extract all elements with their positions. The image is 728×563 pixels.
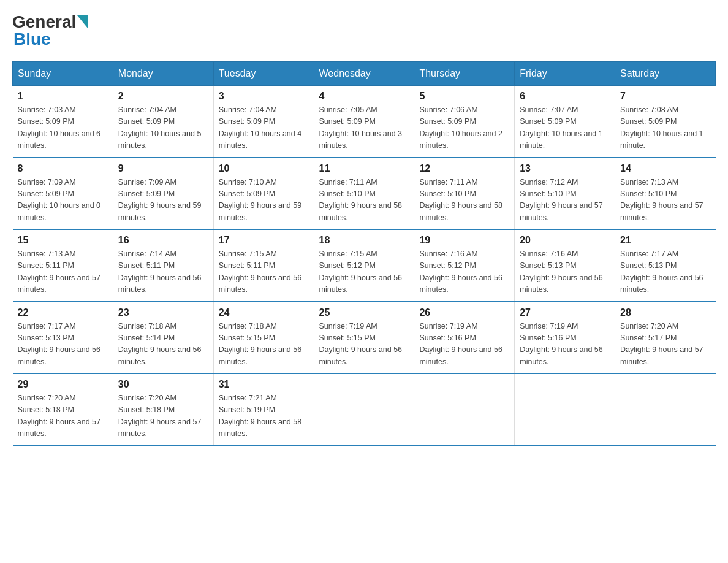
header-saturday: Saturday [615, 62, 716, 86]
day-info: Sunrise: 7:04 AMSunset: 5:09 PMDaylight:… [118, 105, 202, 150]
day-number: 13 [520, 163, 610, 174]
header-monday: Monday [113, 62, 213, 86]
day-number: 26 [419, 307, 509, 318]
logo-blue-text: Blue [12, 29, 51, 49]
day-number: 5 [419, 91, 509, 102]
day-info: Sunrise: 7:17 AMSunset: 5:13 PMDaylight:… [18, 322, 101, 366]
day-number: 4 [319, 91, 409, 102]
day-cell: 27 Sunrise: 7:19 AMSunset: 5:16 PMDaylig… [515, 302, 615, 374]
day-number: 15 [18, 235, 108, 246]
day-cell: 12 Sunrise: 7:11 AMSunset: 5:10 PMDaylig… [414, 158, 515, 230]
day-info: Sunrise: 7:12 AMSunset: 5:10 PMDaylight:… [520, 178, 603, 222]
day-number: 11 [319, 163, 409, 174]
day-info: Sunrise: 7:08 AMSunset: 5:09 PMDaylight:… [620, 105, 703, 150]
day-number: 8 [18, 163, 108, 174]
day-number: 28 [620, 307, 710, 318]
day-info: Sunrise: 7:20 AMSunset: 5:18 PMDaylight:… [18, 394, 101, 438]
day-cell: 6 Sunrise: 7:07 AMSunset: 5:09 PMDayligh… [515, 86, 615, 158]
day-info: Sunrise: 7:18 AMSunset: 5:14 PMDaylight:… [118, 322, 202, 366]
day-info: Sunrise: 7:16 AMSunset: 5:13 PMDaylight:… [520, 250, 603, 294]
week-row-4: 22 Sunrise: 7:17 AMSunset: 5:13 PMDaylig… [13, 302, 716, 374]
day-cell: 3 Sunrise: 7:04 AMSunset: 5:09 PMDayligh… [213, 86, 314, 158]
day-info: Sunrise: 7:18 AMSunset: 5:15 PMDaylight:… [219, 322, 302, 366]
day-info: Sunrise: 7:10 AMSunset: 5:09 PMDaylight:… [219, 178, 302, 222]
day-number: 30 [118, 379, 208, 390]
day-cell: 9 Sunrise: 7:09 AMSunset: 5:09 PMDayligh… [113, 158, 213, 230]
day-info: Sunrise: 7:15 AMSunset: 5:12 PMDaylight:… [319, 250, 403, 294]
day-info: Sunrise: 7:09 AMSunset: 5:09 PMDaylight:… [118, 178, 202, 222]
day-info: Sunrise: 7:09 AMSunset: 5:09 PMDaylight:… [18, 178, 101, 222]
day-cell: 5 Sunrise: 7:06 AMSunset: 5:09 PMDayligh… [414, 86, 515, 158]
logo: General Blue [12, 12, 88, 49]
day-cell: 2 Sunrise: 7:04 AMSunset: 5:09 PMDayligh… [113, 86, 213, 158]
page-header: General Blue [12, 12, 716, 49]
day-number: 25 [319, 307, 409, 318]
day-info: Sunrise: 7:06 AMSunset: 5:09 PMDaylight:… [419, 105, 502, 150]
day-number: 7 [620, 91, 710, 102]
day-number: 3 [219, 91, 309, 102]
day-info: Sunrise: 7:04 AMSunset: 5:09 PMDaylight:… [219, 105, 302, 150]
day-info: Sunrise: 7:11 AMSunset: 5:10 PMDaylight:… [419, 178, 502, 222]
day-cell: 18 Sunrise: 7:15 AMSunset: 5:12 PMDaylig… [314, 229, 414, 302]
day-cell: 25 Sunrise: 7:19 AMSunset: 5:15 PMDaylig… [314, 302, 414, 374]
svg-marker-0 [77, 15, 88, 29]
header-wednesday: Wednesday [314, 62, 414, 86]
day-info: Sunrise: 7:05 AMSunset: 5:09 PMDaylight:… [319, 105, 403, 150]
day-cell: 8 Sunrise: 7:09 AMSunset: 5:09 PMDayligh… [13, 158, 113, 230]
day-cell: 15 Sunrise: 7:13 AMSunset: 5:11 PMDaylig… [13, 229, 113, 302]
day-cell: 13 Sunrise: 7:12 AMSunset: 5:10 PMDaylig… [515, 158, 615, 230]
day-info: Sunrise: 7:07 AMSunset: 5:09 PMDaylight:… [520, 105, 603, 150]
day-cell: 21 Sunrise: 7:17 AMSunset: 5:13 PMDaylig… [615, 229, 716, 302]
day-number: 17 [219, 235, 309, 246]
day-info: Sunrise: 7:20 AMSunset: 5:18 PMDaylight:… [118, 394, 202, 438]
week-row-3: 15 Sunrise: 7:13 AMSunset: 5:11 PMDaylig… [13, 229, 716, 302]
day-cell: 4 Sunrise: 7:05 AMSunset: 5:09 PMDayligh… [314, 86, 414, 158]
day-number: 27 [520, 307, 610, 318]
day-number: 12 [419, 163, 509, 174]
day-info: Sunrise: 7:21 AMSunset: 5:19 PMDaylight:… [219, 394, 302, 438]
day-cell: 7 Sunrise: 7:08 AMSunset: 5:09 PMDayligh… [615, 86, 716, 158]
day-number: 10 [219, 163, 309, 174]
day-number: 20 [520, 235, 610, 246]
day-info: Sunrise: 7:13 AMSunset: 5:10 PMDaylight:… [620, 178, 703, 222]
day-info: Sunrise: 7:03 AMSunset: 5:09 PMDaylight:… [18, 105, 101, 150]
logo-arrow-icon [77, 15, 88, 29]
header-row: SundayMondayTuesdayWednesdayThursdayFrid… [13, 62, 716, 86]
day-cell: 16 Sunrise: 7:14 AMSunset: 5:11 PMDaylig… [113, 229, 213, 302]
day-cell [314, 373, 414, 446]
day-info: Sunrise: 7:19 AMSunset: 5:15 PMDaylight:… [319, 322, 403, 366]
day-info: Sunrise: 7:19 AMSunset: 5:16 PMDaylight:… [520, 322, 603, 366]
day-number: 22 [18, 307, 108, 318]
week-row-1: 1 Sunrise: 7:03 AMSunset: 5:09 PMDayligh… [13, 86, 716, 158]
day-number: 29 [18, 379, 108, 390]
day-cell: 1 Sunrise: 7:03 AMSunset: 5:09 PMDayligh… [13, 86, 113, 158]
day-number: 14 [620, 163, 710, 174]
day-number: 23 [118, 307, 208, 318]
day-info: Sunrise: 7:11 AMSunset: 5:10 PMDaylight:… [319, 178, 403, 222]
header-thursday: Thursday [414, 62, 515, 86]
day-cell: 14 Sunrise: 7:13 AMSunset: 5:10 PMDaylig… [615, 158, 716, 230]
week-row-2: 8 Sunrise: 7:09 AMSunset: 5:09 PMDayligh… [13, 158, 716, 230]
day-info: Sunrise: 7:19 AMSunset: 5:16 PMDaylight:… [419, 322, 502, 366]
day-cell [615, 373, 716, 446]
day-number: 16 [118, 235, 208, 246]
day-info: Sunrise: 7:20 AMSunset: 5:17 PMDaylight:… [620, 322, 703, 366]
header-tuesday: Tuesday [213, 62, 314, 86]
day-cell: 30 Sunrise: 7:20 AMSunset: 5:18 PMDaylig… [113, 373, 213, 446]
day-cell [515, 373, 615, 446]
day-number: 24 [219, 307, 309, 318]
day-cell: 19 Sunrise: 7:16 AMSunset: 5:12 PMDaylig… [414, 229, 515, 302]
day-number: 21 [620, 235, 710, 246]
day-cell: 24 Sunrise: 7:18 AMSunset: 5:15 PMDaylig… [213, 302, 314, 374]
day-cell: 26 Sunrise: 7:19 AMSunset: 5:16 PMDaylig… [414, 302, 515, 374]
header-friday: Friday [515, 62, 615, 86]
day-number: 31 [219, 379, 309, 390]
day-cell: 31 Sunrise: 7:21 AMSunset: 5:19 PMDaylig… [213, 373, 314, 446]
day-number: 18 [319, 235, 409, 246]
day-number: 9 [118, 163, 208, 174]
day-info: Sunrise: 7:16 AMSunset: 5:12 PMDaylight:… [419, 250, 502, 294]
day-info: Sunrise: 7:13 AMSunset: 5:11 PMDaylight:… [18, 250, 101, 294]
day-cell: 22 Sunrise: 7:17 AMSunset: 5:13 PMDaylig… [13, 302, 113, 374]
day-cell: 17 Sunrise: 7:15 AMSunset: 5:11 PMDaylig… [213, 229, 314, 302]
day-number: 19 [419, 235, 509, 246]
